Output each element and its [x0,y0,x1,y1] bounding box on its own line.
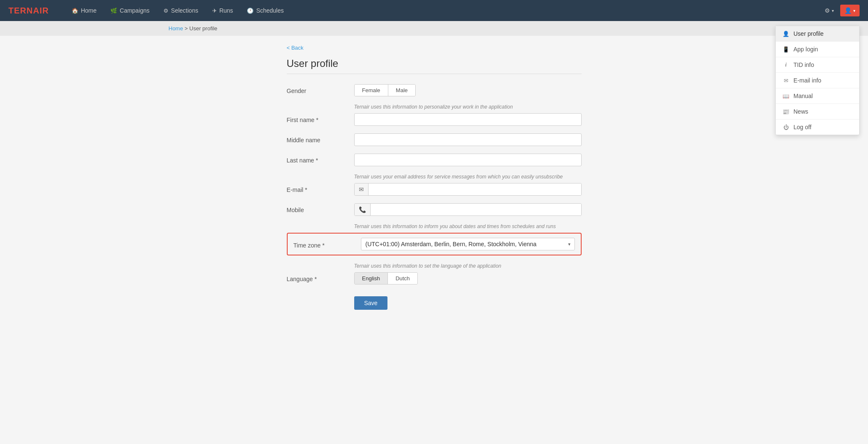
timezone-hint: Ternair uses this information to inform … [354,223,582,229]
email-row: E-mail * ✉ [287,183,582,196]
user-menu-button[interactable]: 👤 ▾ [840,5,860,16]
last-name-input[interactable] [354,154,582,166]
email-info-icon: ✉ [783,77,789,84]
language-label: Language * [287,272,354,282]
gender-row: Gender Female Male [287,84,582,96]
first-name-input[interactable] [354,113,582,126]
mobile-label: Mobile [287,203,354,213]
nav-label-campaigns: Campaigns [120,7,150,14]
email-control: ✉ [354,183,582,196]
middle-name-control [354,133,582,146]
tid-info-icon: i [783,61,789,68]
dropdown-item-tid-info[interactable]: i TID info [776,57,859,73]
timezone-row: Time zone * (UTC+01:00) Amsterdam, Berli… [294,238,575,250]
dropdown-label-news: News [793,108,808,115]
brand-text-black: TERN [8,6,33,15]
mobile-row: Mobile 📞 [287,203,582,216]
navbar: TERNAIR 🏠 Home 🌿 Campaigns ⚙ Selections … [0,0,868,21]
dropdown-label-email-info: E-mail info [793,77,821,84]
gear-icon: ⚙ [825,7,830,14]
log-off-icon: ⏻ [783,124,789,130]
nav-item-selections[interactable]: ⚙ Selections [158,5,204,16]
dropdown-label-user-profile: User profile [793,30,824,37]
email-icon: ✉ [355,183,369,195]
dropdown-label-tid-info: TID info [793,61,814,68]
email-input[interactable] [369,183,581,195]
navbar-right: ⚙ ▾ 👤 ▾ 👤 User profile 📱 App login i TID… [820,5,860,16]
mobile-control: 📞 [354,203,582,216]
email-input-group: ✉ [354,183,582,196]
nav-label-selections: Selections [171,7,198,14]
breadcrumb-current: User profile [190,25,217,32]
language-control: English Dutch [354,272,582,284]
dropdown-label-manual: Manual [793,93,813,99]
timezone-label: Time zone * [294,239,361,249]
nav-label-schedules: Schedules [256,7,283,14]
middle-name-row: Middle name [287,133,582,146]
campaigns-icon: 🌿 [110,8,117,14]
dropdown-item-email-info[interactable]: ✉ E-mail info [776,73,859,88]
back-link[interactable]: < Back [287,45,304,51]
timezone-select-wrapper: (UTC+01:00) Amsterdam, Berlin, Bern, Rom… [361,238,575,250]
manual-icon: 📖 [783,93,789,99]
nav-item-schedules[interactable]: 🕐 Schedules [241,5,289,16]
user-icon: 👤 [844,7,852,14]
settings-button[interactable]: ⚙ ▾ [820,5,838,16]
nav-label-home: Home [81,7,96,14]
dropdown-item-news[interactable]: 📰 News [776,104,859,120]
save-section: Save [287,292,582,310]
dutch-button[interactable]: Dutch [388,273,417,284]
english-button[interactable]: English [355,273,388,284]
male-button[interactable]: Male [388,85,415,96]
home-icon: 🏠 [72,8,78,14]
gender-hint: Ternair uses this information to persona… [354,104,582,110]
gender-button-group: Female Male [354,84,416,96]
last-name-label: Last name * [287,154,354,164]
dropdown-label-app-login: App login [793,46,818,53]
app-login-icon: 📱 [783,46,789,53]
email-hint: Ternair uses your email address for serv… [354,174,582,180]
phone-icon: 📞 [355,204,371,215]
timezone-section: Time zone * (UTC+01:00) Amsterdam, Berli… [287,233,582,255]
user-arrow-icon: ▾ [853,8,855,13]
language-row: Language * English Dutch [287,272,582,284]
nav-item-campaigns[interactable]: 🌿 Campaigns [104,5,155,16]
brand-logo[interactable]: TERNAIR [8,6,49,16]
language-hint: Ternair uses this information to set the… [354,263,582,269]
nav-item-home[interactable]: 🏠 Home [66,5,102,16]
settings-arrow-icon: ▾ [832,8,834,13]
dropdown-item-log-off[interactable]: ⏻ Log off [776,120,859,135]
middle-name-label: Middle name [287,133,354,144]
language-button-group: English Dutch [354,272,418,284]
selections-icon: ⚙ [163,8,168,14]
main-content: < Back User profile Gender Female Male T… [270,36,598,335]
gender-label: Gender [287,84,354,94]
dropdown-label-log-off: Log off [793,124,812,130]
email-label: E-mail * [287,183,354,193]
schedules-icon: 🕐 [247,8,254,14]
runs-icon: ✈ [212,8,217,14]
user-dropdown-menu: 👤 User profile 📱 App login i TID info ✉ … [775,26,860,135]
nav-label-runs: Runs [219,7,233,14]
news-icon: 📰 [783,109,789,115]
dropdown-item-app-login[interactable]: 📱 App login [776,42,859,57]
female-button[interactable]: Female [355,85,388,96]
user-profile-icon: 👤 [783,31,789,37]
first-name-control [354,113,582,126]
nav-item-runs[interactable]: ✈ Runs [206,5,239,16]
save-button[interactable]: Save [354,296,388,310]
timezone-select[interactable]: (UTC+01:00) Amsterdam, Berlin, Bern, Rom… [361,238,575,250]
last-name-control [354,154,582,166]
breadcrumb: Home > User profile [0,21,868,36]
page-title: User profile [287,58,582,74]
middle-name-input[interactable] [354,133,582,146]
first-name-label: First name * [287,113,354,123]
breadcrumb-home-link[interactable]: Home [168,25,183,32]
gender-control: Female Male [354,84,582,96]
navbar-nav: 🏠 Home 🌿 Campaigns ⚙ Selections ✈ Runs 🕐… [66,5,820,16]
dropdown-item-manual[interactable]: 📖 Manual [776,88,859,104]
brand-text-red: AIR [33,6,48,15]
last-name-row: Last name * [287,154,582,166]
dropdown-item-user-profile[interactable]: 👤 User profile [776,26,859,42]
mobile-input[interactable] [371,204,581,215]
